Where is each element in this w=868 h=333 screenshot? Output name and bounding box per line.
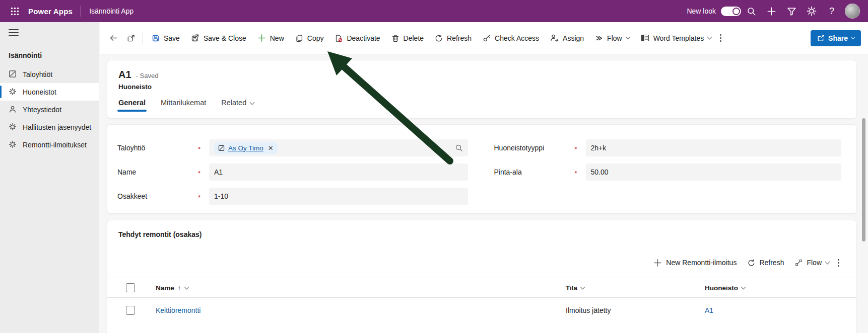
brand-title[interactable]: Power Apps	[28, 7, 73, 16]
filter-icon[interactable]	[781, 1, 802, 21]
new-remontti-ilmoitus-button[interactable]: New Remontti-ilmoitus	[648, 254, 742, 272]
refresh-icon	[435, 34, 443, 42]
topbar-divider	[81, 6, 81, 17]
required-marker: *	[575, 143, 586, 153]
new-label: New	[270, 34, 284, 42]
osakkeet-input[interactable]: 1-10	[209, 188, 468, 205]
chevron-down-icon	[625, 35, 630, 40]
record-save-status: - Saved	[136, 72, 159, 79]
deactivate-button[interactable]: Deactivate	[329, 29, 385, 47]
entity-folded-square-icon	[218, 145, 225, 151]
field-label: Pinta-ala	[494, 168, 575, 176]
assign-person-icon	[550, 34, 559, 42]
assign-label: Assign	[563, 34, 584, 42]
sidebar-item-label: Yhteystiedot	[23, 106, 61, 114]
cell-huoneisto-link[interactable]: A1	[705, 306, 856, 314]
record-title: A1	[118, 69, 131, 80]
record-header-card: A1 - Saved Huoneisto General Mittariluke…	[107, 60, 857, 119]
lookup-pill[interactable]: As Oy Timo ✕	[214, 142, 278, 154]
back-button[interactable]	[105, 29, 122, 47]
new-look-toggle[interactable]	[721, 7, 741, 16]
popout-record-button[interactable]	[122, 29, 140, 47]
add-icon[interactable]	[761, 1, 781, 21]
refresh-button[interactable]: Refresh	[429, 29, 477, 47]
save-and-close-button[interactable]: Save & Close	[185, 29, 252, 47]
table-row[interactable]: Keittiöremontti Ilmoitus jätetty A1	[107, 298, 856, 322]
word-templates-button[interactable]: Word Templates	[635, 29, 717, 47]
copy-button[interactable]: Copy	[290, 29, 329, 47]
chevron-down-icon	[825, 259, 830, 264]
flow-label: Flow	[607, 34, 622, 42]
cell-name-link[interactable]: Keittiöremontti	[156, 306, 566, 314]
waffle-menu-icon[interactable]	[6, 3, 23, 20]
refresh-label: Refresh	[447, 34, 472, 42]
gear-icon[interactable]	[802, 1, 822, 21]
new-button[interactable]: New	[252, 29, 290, 47]
key-icon	[483, 34, 491, 42]
search-icon[interactable]	[741, 1, 761, 21]
delete-button[interactable]: Delete	[386, 29, 429, 47]
sidebar-item-label: Huoneistot	[23, 88, 56, 96]
sidebar-item-taloyhtiot[interactable]: Taloyhtiöt	[0, 65, 99, 83]
required-marker: *	[198, 168, 209, 177]
save-button[interactable]: Save	[146, 29, 185, 47]
column-header-tila[interactable]: Tila	[566, 284, 705, 292]
field-name: Name * A1	[117, 163, 468, 181]
assign-button[interactable]: Assign	[545, 29, 589, 47]
avatar[interactable]	[845, 4, 860, 19]
flow-chevrons-icon	[595, 34, 603, 42]
cog-entity-icon	[9, 88, 17, 96]
select-all-checkbox[interactable]	[126, 283, 135, 292]
subgrid-card: Tehdyt remontit (osakas) New Remontti-il…	[107, 220, 857, 333]
field-pinta-ala: Pinta-ala * 50.00	[494, 163, 842, 181]
field-value: A1	[214, 168, 223, 176]
lookup-search-icon[interactable]	[455, 144, 463, 152]
tab-related[interactable]: Related	[221, 99, 254, 113]
subgrid-refresh-button[interactable]: Refresh	[742, 254, 789, 272]
taloyhtio-lookup-field[interactable]: As Oy Timo ✕	[209, 139, 468, 156]
check-access-label: Check Access	[495, 34, 539, 42]
sidebar-item-huoneistot[interactable]: Huoneistot	[0, 83, 99, 101]
sidebar-item-yhteystiedot[interactable]: Yhteystiedot	[0, 101, 99, 118]
form-column-left: Taloyhtiö * As Oy Timo ✕	[107, 139, 482, 213]
tab-mittarilukemat[interactable]: Mittarilukemat	[161, 99, 206, 113]
sidebar-item-remontti-ilmoitukset[interactable]: Remontti-ilmoitukset	[0, 136, 99, 153]
sidebar-item-label: Taloyhtiöt	[23, 70, 52, 78]
save-close-icon	[191, 34, 199, 42]
subgrid-overflow-button[interactable]	[835, 259, 842, 267]
remove-lookup-icon[interactable]: ✕	[268, 144, 274, 152]
hamburger-menu-icon[interactable]	[9, 29, 19, 36]
name-input[interactable]: A1	[209, 163, 468, 181]
field-value: 50.00	[591, 168, 609, 176]
vertical-scrollbar-thumb[interactable]	[862, 118, 865, 241]
tab-general[interactable]: General	[118, 99, 146, 113]
lookup-record-link[interactable]: As Oy Timo	[228, 144, 263, 152]
field-label: Osakkeet	[117, 192, 198, 200]
field-huoneistotyyppi: Huoneistotyyppi * 2h+k	[494, 139, 842, 156]
deactivate-label: Deactivate	[347, 34, 380, 42]
field-label: Taloyhtiö	[117, 144, 198, 152]
cog-entity-icon	[9, 140, 17, 149]
entity-folded-square-icon	[9, 70, 17, 78]
column-header-huoneisto[interactable]: Huoneisto	[705, 284, 856, 292]
save-icon	[152, 34, 160, 42]
flow-button[interactable]: Flow	[589, 29, 635, 47]
subgrid-title: Tehdyt remontit (osakas)	[107, 230, 856, 238]
sidebar-group-label: Isännöinti	[9, 51, 99, 59]
column-header-name[interactable]: Name ↑	[156, 284, 566, 292]
sitemap-sidebar: Isännöinti Taloyhtiöt Huoneistot	[0, 22, 99, 333]
field-value: 1-10	[214, 192, 228, 200]
help-icon[interactable]: ?	[822, 1, 842, 21]
share-button[interactable]: Share	[811, 30, 861, 46]
chevron-down-icon	[707, 35, 712, 40]
row-checkbox[interactable]	[126, 306, 135, 315]
pinta-ala-input[interactable]: 50.00	[586, 163, 842, 181]
huoneistotyyppi-input[interactable]: 2h+k	[586, 139, 842, 156]
subgrid-flow-button[interactable]: Flow	[789, 254, 835, 272]
plus-icon	[257, 34, 266, 42]
sidebar-item-hallitusten-jasenyydet[interactable]: Hallitusten jäsenyydet	[0, 118, 99, 136]
table-header-row: Name ↑ Tila Huoneisto	[107, 278, 856, 298]
check-access-button[interactable]: Check Access	[477, 29, 545, 47]
app-title[interactable]: Isännöinti App	[89, 7, 133, 15]
commandbar-overflow-button[interactable]	[717, 34, 724, 42]
